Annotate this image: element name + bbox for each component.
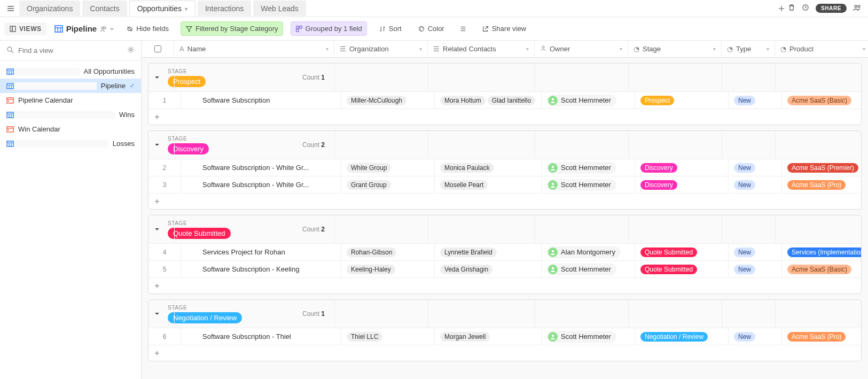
cell-organization[interactable]: Miller-McCullough: [341, 92, 434, 109]
contact-chip[interactable]: Mora Holtum: [440, 96, 486, 105]
cell-organization[interactable]: White Group: [341, 159, 434, 176]
cell-owner[interactable]: Scott Hemmeter: [541, 176, 635, 193]
color-button[interactable]: Color: [413, 22, 449, 35]
collapse-toggle-icon[interactable]: [148, 75, 166, 80]
view-title[interactable]: Pipeline: [54, 24, 115, 33]
row-number[interactable]: 1: [148, 92, 181, 109]
org-chip[interactable]: Thiel LLC: [347, 332, 382, 342]
column-stage[interactable]: ◔Stage▾: [628, 41, 721, 57]
cell-stage[interactable]: Negotiation / Review: [635, 328, 728, 345]
sidebar-item-wins[interactable]: Wins: [0, 107, 141, 122]
cell-organization[interactable]: Keeling-Haley: [341, 261, 434, 277]
add-row[interactable]: +: [148, 345, 861, 361]
views-toggle[interactable]: VIEWS: [4, 22, 47, 35]
cell-type[interactable]: New: [728, 159, 781, 176]
cell-stage[interactable]: Prospect: [635, 92, 728, 109]
add-row[interactable]: +: [148, 109, 861, 125]
tab-interactions[interactable]: Interactions: [198, 1, 251, 16]
sidebar-item-losses[interactable]: Losses: [0, 136, 141, 151]
row-height-button[interactable]: [456, 22, 470, 35]
cell-product[interactable]: Acme SaaS (Pro): [781, 328, 862, 345]
table-row[interactable]: 6Software Subscription - ThielThiel LLCM…: [148, 328, 861, 345]
cell-type[interactable]: New: [728, 176, 781, 193]
table-row[interactable]: 5Software Subscription - KeelingKeeling-…: [148, 260, 861, 277]
people-icon[interactable]: [853, 4, 862, 13]
cell-type[interactable]: New: [728, 244, 781, 260]
contact-chip[interactable]: Moselle Peart: [440, 180, 488, 190]
cell-stage[interactable]: Quote Submitted: [635, 261, 728, 277]
sidebar-item-win-calendar[interactable]: Win Calendar: [0, 122, 141, 136]
hide-fields-button[interactable]: Hide fields: [122, 22, 173, 35]
add-row[interactable]: +: [148, 277, 861, 293]
cell-contacts[interactable]: Lynnette Brafield: [434, 244, 541, 260]
contact-chip[interactable]: Morgan Jewell: [440, 332, 490, 342]
group-header[interactable]: STAGEProspectCount 1: [148, 64, 861, 91]
chevron-down-icon[interactable]: ▾: [863, 46, 865, 52]
column-organization[interactable]: ☰Organization▾: [334, 41, 427, 57]
select-all-checkbox[interactable]: [154, 45, 161, 52]
cell-type[interactable]: New: [728, 92, 781, 109]
group-header[interactable]: STAGEDiscoveryCount 2: [148, 131, 861, 159]
table-row[interactable]: 2Software Subscription - White Gr...Whit…: [148, 159, 861, 176]
cell-contacts[interactable]: Monica Paulack: [434, 159, 541, 176]
cell-name[interactable]: Software Subscription - White Gr...: [181, 176, 341, 193]
plus-icon[interactable]: +: [148, 112, 166, 122]
group-button[interactable]: Grouped by 1 field: [291, 21, 367, 36]
tab-opportunities[interactable]: Opportunities▾: [129, 1, 196, 17]
sort-button[interactable]: Sort: [374, 22, 406, 35]
column-product[interactable]: ◔Product▾: [775, 41, 868, 57]
add-row[interactable]: +: [148, 193, 861, 209]
cell-stage[interactable]: Quote Submitted: [635, 244, 728, 260]
cell-contacts[interactable]: Mora HoltumGlad Ianittello: [434, 92, 541, 109]
cell-owner[interactable]: Scott Hemmeter: [541, 261, 635, 277]
cell-name[interactable]: Software Subscription - White Gr...: [181, 159, 341, 176]
column-contacts[interactable]: ☰Related Contacts▾: [427, 41, 534, 57]
menu-icon[interactable]: [2, 4, 19, 13]
share-view-button[interactable]: Share view: [478, 22, 530, 35]
table-row[interactable]: 1Software SubscriptionMiller-McCulloughM…: [148, 91, 861, 109]
cell-organization[interactable]: Rohan-Gibson: [341, 244, 434, 260]
chevron-down-icon[interactable]: ▾: [526, 46, 529, 52]
owner-chip[interactable]: Scott Hemmeter: [547, 162, 616, 174]
chevron-down-icon[interactable]: ▾: [767, 46, 769, 52]
cell-organization[interactable]: Grant Group: [341, 176, 434, 193]
cell-product[interactable]: Acme SaaS (Basic): [781, 92, 862, 109]
plus-icon[interactable]: +: [148, 197, 166, 206]
contact-chip[interactable]: Glad Ianittello: [488, 96, 535, 105]
cell-type[interactable]: New: [728, 261, 781, 277]
cell-name[interactable]: Services Project for Rohan: [181, 244, 341, 260]
org-chip[interactable]: Miller-McCullough: [347, 96, 406, 105]
owner-chip[interactable]: Alan Montgomery: [547, 246, 621, 258]
cell-owner[interactable]: Scott Hemmeter: [541, 328, 635, 345]
chevron-down-icon[interactable]: ▾: [620, 46, 622, 52]
chevron-down-icon[interactable]: ▾: [326, 46, 329, 52]
contact-chip[interactable]: Monica Paulack: [440, 163, 494, 173]
column-type[interactable]: ◔Type▾: [721, 41, 775, 57]
cell-product[interactable]: Services (Implementation): [781, 244, 862, 260]
chevron-down-icon[interactable]: ▾: [185, 6, 187, 12]
cell-contacts[interactable]: Moselle Peart: [434, 176, 541, 193]
share-button[interactable]: SHARE: [816, 4, 847, 13]
contact-chip[interactable]: Veda Grishagin: [440, 265, 492, 274]
cell-organization[interactable]: Thiel LLC: [341, 328, 434, 345]
row-number[interactable]: 3: [148, 176, 181, 193]
cell-product[interactable]: Acme SaaS (Premier): [781, 159, 862, 176]
org-chip[interactable]: White Group: [347, 163, 391, 173]
owner-chip[interactable]: Scott Hemmeter: [547, 264, 616, 275]
cell-product[interactable]: Acme SaaS (Basic): [781, 261, 862, 277]
cell-name[interactable]: Software Subscription - Thiel: [181, 328, 341, 345]
row-number[interactable]: 5: [148, 261, 181, 277]
group-header[interactable]: STAGEQuote SubmittedCount 2: [148, 215, 861, 243]
search-input[interactable]: [18, 47, 127, 55]
table-row[interactable]: 3Software Subscription - White Gr...Gran…: [148, 176, 861, 193]
tab-contacts[interactable]: Contacts: [82, 1, 127, 16]
plus-icon[interactable]: +: [148, 281, 166, 291]
cell-owner[interactable]: Scott Hemmeter: [541, 92, 635, 109]
collapse-toggle-icon[interactable]: [148, 142, 166, 148]
row-number[interactable]: 4: [148, 244, 181, 260]
cell-type[interactable]: New: [728, 328, 781, 345]
cell-owner[interactable]: Alan Montgomery: [541, 244, 635, 260]
owner-chip[interactable]: Scott Hemmeter: [547, 331, 616, 343]
cell-contacts[interactable]: Veda Grishagin: [434, 261, 541, 277]
column-name[interactable]: AName▾: [174, 41, 334, 57]
